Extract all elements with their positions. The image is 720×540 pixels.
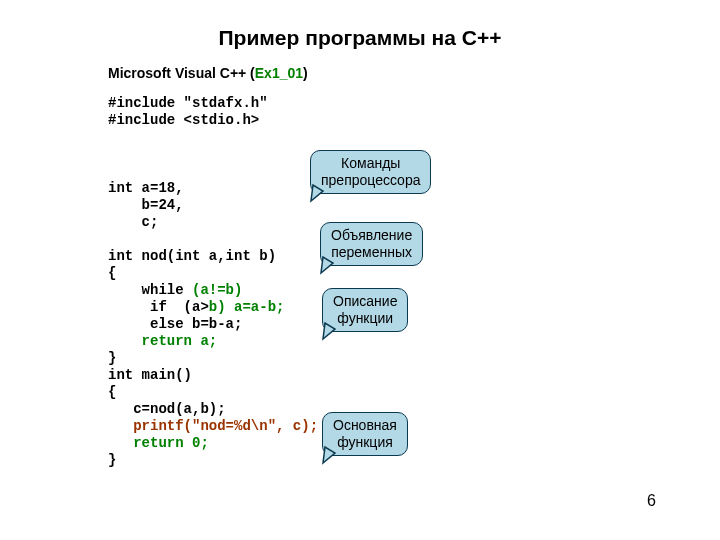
code-line: }: [108, 350, 116, 366]
callout-line: Описание: [333, 293, 397, 309]
code-line-part: if (a>: [108, 299, 209, 315]
code-line: c=nod(a,b);: [108, 401, 226, 417]
callout-line: Команды: [341, 155, 400, 171]
svg-marker-1: [321, 257, 333, 273]
code-line-part-green: (a!=b): [192, 282, 242, 298]
code-line: int a=18,: [108, 180, 184, 196]
svg-marker-2: [323, 323, 335, 339]
code-line: #include "stdafx.h": [108, 95, 268, 111]
svg-marker-0: [311, 185, 323, 201]
code-line: b=24,: [108, 197, 184, 213]
code-line: else b=b-a;: [108, 316, 242, 332]
subtitle: Microsoft Visual C++ (Ex1_01): [108, 65, 308, 81]
subtitle-prefix: Microsoft Visual C++ (: [108, 65, 255, 81]
svg-marker-3: [323, 447, 335, 463]
callout-line: препроцессора: [321, 172, 420, 188]
code-line-brown: printf("nod=%d\n", c);: [108, 418, 318, 434]
code-line: {: [108, 265, 116, 281]
callout-function: Описание функции: [322, 288, 408, 332]
code-line: }: [108, 452, 116, 468]
callout-line: функции: [337, 310, 393, 326]
callout-preprocessor: Команды препроцессора: [310, 150, 431, 194]
callout-line: переменных: [331, 244, 412, 260]
page-number: 6: [647, 492, 656, 510]
code-line-part: while: [108, 282, 192, 298]
callout-line: функция: [337, 434, 393, 450]
code-line: int nod(int a,int b): [108, 248, 276, 264]
callout-line: Объявление: [331, 227, 412, 243]
callout-vars: Объявление переменных: [320, 222, 423, 266]
code-block: #include "stdafx.h" #include <stdio.h> i…: [108, 95, 318, 469]
code-line: c;: [108, 214, 158, 230]
subtitle-filename: Ex1_01: [255, 65, 303, 81]
slide-title: Пример программы на С++: [0, 26, 720, 50]
code-line: {: [108, 384, 116, 400]
code-line: #include <stdio.h>: [108, 112, 259, 128]
callout-line: Основная: [333, 417, 397, 433]
code-line-part-green: b) a=a-b;: [209, 299, 285, 315]
callout-main: Основная функция: [322, 412, 408, 456]
code-line: int main(): [108, 367, 192, 383]
subtitle-suffix: ): [303, 65, 308, 81]
code-line-green: return a;: [108, 333, 217, 349]
code-line-green: return 0;: [108, 435, 209, 451]
